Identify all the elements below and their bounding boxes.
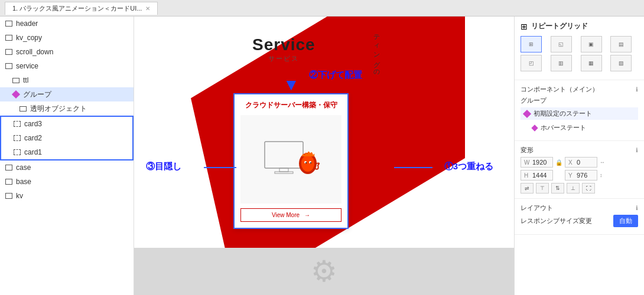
svg-rect-3 bbox=[265, 142, 303, 168]
layer-item-header[interactable]: header bbox=[0, 17, 134, 31]
layer-item-scroll-down[interactable]: scroll_down bbox=[0, 45, 134, 59]
layer-item-card2[interactable]: card2 bbox=[1, 131, 132, 145]
card-group-box: card3 card2 card1 bbox=[0, 116, 134, 160]
layer-item-transparent[interactable]: 透明オブジェクト bbox=[0, 101, 134, 116]
layer-label: kv bbox=[16, 192, 129, 200]
layer-item-base[interactable]: base bbox=[0, 175, 134, 189]
x-input[interactable]: X 0 bbox=[565, 157, 597, 168]
responsive-row: レスポンシブサイズ変更 自動 bbox=[521, 215, 638, 227]
grid-option-7[interactable]: ▦ bbox=[581, 55, 602, 71]
layer-item-service[interactable]: service bbox=[0, 59, 134, 73]
y-input[interactable]: Y 976 bbox=[565, 170, 597, 181]
flip-v-btn[interactable]: ⇅ bbox=[551, 183, 564, 194]
svg-point-7 bbox=[301, 155, 314, 172]
info-icon-transform: ℹ bbox=[636, 147, 638, 153]
layer-item-kv-copy[interactable]: kv_copy bbox=[0, 31, 134, 45]
annotation-1: ①3つ重ねる bbox=[444, 161, 493, 172]
layer-label: service bbox=[16, 62, 129, 70]
h-value: 1444 bbox=[532, 172, 547, 179]
repeat-grid-icon: ⊞ bbox=[521, 22, 528, 31]
layer-label: base bbox=[16, 178, 129, 186]
hover-state-item[interactable]: ホバーステート bbox=[521, 122, 638, 134]
w-value: 1920 bbox=[532, 159, 547, 166]
svg-point-11 bbox=[310, 162, 311, 163]
expand-icon: ↔ bbox=[600, 159, 605, 165]
group-icon bbox=[13, 148, 21, 156]
transform-row-2: H 1444 🔒 Y 976 ↕ bbox=[521, 170, 638, 181]
layer-item-card3[interactable]: card3 bbox=[1, 117, 132, 131]
gray-bottom-section: ⚙ bbox=[134, 248, 514, 295]
align-bottom-btn[interactable]: ⊥ bbox=[567, 183, 580, 194]
service-title-block: Service サービス bbox=[252, 35, 316, 63]
vertical-text-area: ティングの bbox=[369, 17, 384, 87]
tab-label: 1. パラックス風アニメーション＜カードUI... bbox=[12, 4, 142, 13]
diamond-icon-hover bbox=[531, 124, 538, 131]
info-icon-layout: ℹ bbox=[636, 205, 638, 211]
arrow-down-icon: ▼ bbox=[283, 76, 300, 94]
layer-label: ttl bbox=[23, 76, 129, 84]
card-component[interactable]: クラウドサーバー構築・保守 bbox=[233, 93, 349, 229]
layer-item-card1[interactable]: card1 bbox=[1, 145, 132, 159]
layer-item-group[interactable]: グループ bbox=[0, 87, 134, 101]
height-input[interactable]: H 1444 bbox=[521, 170, 553, 181]
layer-label: case bbox=[16, 163, 129, 172]
fullscreen-btn[interactable]: ⛶ bbox=[582, 183, 595, 194]
frame-icon bbox=[5, 178, 13, 186]
group-label-text: グループ bbox=[521, 96, 638, 105]
responsive-auto-button[interactable]: 自動 bbox=[613, 215, 638, 227]
repeat-grid-options: ⊞ ◱ ▣ ▤ ◰ ▥ ▦ ▧ bbox=[521, 36, 638, 71]
layer-item-kv[interactable]: kv bbox=[0, 189, 134, 203]
w-label: W bbox=[524, 159, 531, 166]
right-panel: ⊞ リピートグリッド ⊞ ◱ ▣ ▤ ◰ ▥ ▦ ▧ コンポーネント（メイン） … bbox=[514, 17, 644, 295]
annotation-3: ③目隠し bbox=[146, 161, 181, 172]
layer-item-case[interactable]: case bbox=[0, 160, 134, 175]
annotation-3-line bbox=[204, 167, 236, 168]
layer-item-ttl[interactable]: ttl bbox=[0, 73, 134, 87]
flip-h-btn[interactable]: ⇌ bbox=[521, 183, 534, 194]
grid-option-8[interactable]: ▧ bbox=[610, 55, 632, 71]
transform-row-1: W 1920 🔒 X 0 ↔ bbox=[521, 157, 638, 168]
layer-label: header bbox=[16, 19, 129, 28]
frame-icon bbox=[5, 19, 13, 28]
annotation-2: ②下げて配置 bbox=[309, 70, 362, 81]
transform-label: 変形 ℹ bbox=[521, 146, 638, 155]
grid-option-2[interactable]: ◱ bbox=[551, 36, 572, 53]
width-input[interactable]: W 1920 bbox=[521, 157, 553, 168]
info-icon: ℹ bbox=[636, 86, 638, 93]
layout-section: レイアウト ℹ レスポンシブサイズ変更 自動 bbox=[515, 199, 644, 235]
component-icon bbox=[12, 90, 20, 99]
tab-bar: 1. パラックス風アニメーション＜カードUI... ✕ bbox=[0, 0, 644, 17]
hover-state-label: ホバーステート bbox=[541, 123, 586, 132]
frame-icon bbox=[5, 34, 13, 42]
frame-icon bbox=[5, 192, 13, 200]
frame-icon bbox=[5, 62, 13, 70]
group-icon bbox=[13, 120, 21, 128]
grid-option-5[interactable]: ◰ bbox=[521, 55, 542, 71]
grid-option-1[interactable]: ⊞ bbox=[521, 36, 542, 53]
annotation-1-line bbox=[394, 167, 432, 168]
layer-label: card2 bbox=[24, 134, 128, 142]
grid-option-6[interactable]: ▥ bbox=[551, 55, 572, 71]
align-top-btn[interactable]: ⊤ bbox=[536, 183, 549, 194]
active-tab[interactable]: 1. パラックス風アニメーション＜カードUI... ✕ bbox=[5, 2, 158, 15]
component-main-label: コンポーネント（メイン） ℹ bbox=[521, 85, 638, 94]
layer-panel: header kv_copy scroll_down service ttl グ… bbox=[0, 17, 134, 295]
service-sub-text: サービス bbox=[252, 54, 316, 63]
initial-state-item[interactable]: 初期設定のステート bbox=[521, 107, 638, 120]
transform-title: 変形 bbox=[521, 146, 534, 155]
card-view-more-button[interactable]: View More → bbox=[240, 208, 341, 222]
canvas-area: Service サービス ▼ ②下げて配置 クラウドサーバー構築・保守 bbox=[134, 17, 514, 295]
layer-label: 透明オブジェクト bbox=[30, 104, 129, 114]
expand-icon-2: ↕ bbox=[600, 172, 603, 178]
component-title-text: コンポーネント（メイン） bbox=[521, 85, 599, 94]
card-title: クラウドサーバー構築・保守 bbox=[240, 100, 341, 110]
grid-option-3[interactable]: ▣ bbox=[581, 36, 602, 53]
rect-icon bbox=[12, 76, 20, 84]
h-label: H bbox=[524, 172, 531, 179]
layout-label: レイアウト ℹ bbox=[521, 204, 638, 212]
tab-close-icon[interactable]: ✕ bbox=[145, 5, 150, 12]
frame-icon bbox=[5, 163, 13, 172]
diamond-icon-initial bbox=[523, 109, 531, 117]
grid-option-4[interactable]: ▤ bbox=[610, 36, 632, 53]
layer-label: card1 bbox=[24, 148, 128, 156]
